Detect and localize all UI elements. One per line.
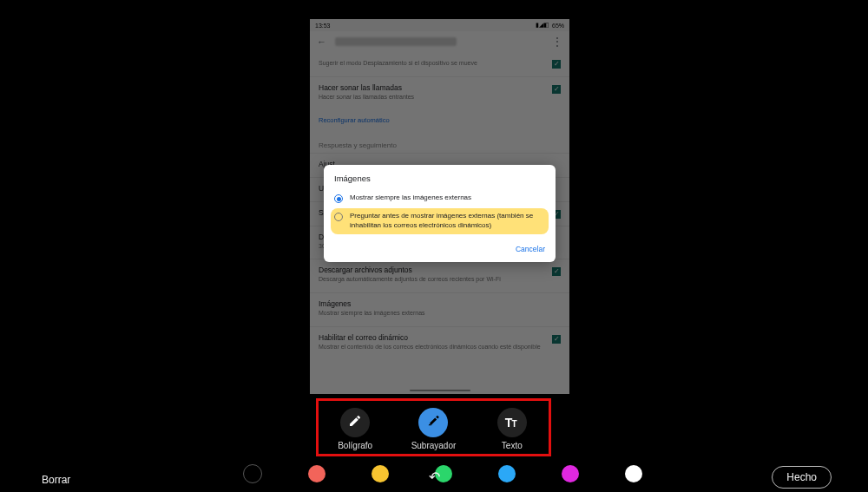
setting-row[interactable]: Descargar archivos adjuntos Descarga aut… [310,259,569,292]
highlight-annotation-box [316,398,551,456]
checkbox-icon[interactable]: ✓ [552,85,561,94]
images-dialog: Imágenes Mostrar siempre las imágenes ex… [324,165,556,262]
setting-row[interactable]: Sugerir el modo Desplazamiento si el dis… [310,52,569,76]
setting-sub: Mostrar el contenido de los correos elec… [319,344,561,351]
dialog-option[interactable]: Mostrar siempre las imágenes externas [334,190,545,207]
undo-icon[interactable]: ↶ [429,469,440,485]
color-swatch[interactable] [372,465,389,482]
setting-sub: Hacer sonar las llamadas entrantes [319,94,561,102]
setting-row[interactable]: Imágenes Mostrar siempre las imágenes ex… [310,292,569,326]
radio-selected-icon[interactable] [334,194,343,203]
color-swatch[interactable] [562,465,579,482]
dialog-title: Imágenes [334,174,545,183]
setting-sub: Descarga automáticamente adjuntos de cor… [319,276,561,284]
settings-section-header: Respuesta y seguimiento [310,134,569,153]
dialog-option-label: Mostrar siempre las imágenes externas [350,194,471,203]
status-time: 13:53 [315,23,331,29]
back-icon[interactable]: ← [317,36,326,47]
dialog-cancel-button[interactable]: Cancelar [516,245,545,253]
setting-link[interactable]: Reconfigurar automático [319,116,390,124]
status-battery: 65% [552,23,564,29]
erase-button[interactable]: Borrar [42,474,70,486]
setting-row[interactable]: Habilitar el correo dinámico Mostrar el … [310,326,569,360]
setting-title: Descargar archivos adjuntos [319,266,561,274]
checkbox-icon[interactable]: ✓ [552,267,561,276]
color-swatch-outline[interactable] [243,464,262,483]
screenshot-phone: 13:53 ▮◢◧65% ← ⋮ Sugerir el modo Desplaz… [310,19,569,394]
setting-link-row[interactable]: Reconfigurar automático [310,110,569,134]
setting-title: Imágenes [319,299,561,308]
color-swatch[interactable] [498,465,516,482]
setting-sub: Mostrar siempre las imágenes externas [319,310,561,318]
setting-title: Hacer sonar las llamadas [319,83,561,92]
dialog-option-label: Preguntar antes de mostrar imágenes exte… [350,212,545,231]
color-swatch[interactable] [625,465,642,482]
color-swatch[interactable] [308,465,326,482]
setting-title: Habilitar el correo dinámico [319,333,561,342]
status-bar: 13:53 ▮◢◧65% [310,19,569,31]
checkbox-icon[interactable]: ✓ [552,335,561,344]
status-icons: ▮◢◧ [536,22,549,29]
appbar-title-redacted [335,37,457,46]
radio-unselected-icon[interactable] [334,213,343,221]
setting-sub: Sugerir el modo Desplazamiento si el dis… [319,60,561,68]
setting-row[interactable]: Hacer sonar las llamadas Hacer sonar las… [310,76,569,110]
color-palette [243,464,642,483]
dialog-option-highlighted[interactable]: Preguntar antes de mostrar imágenes exte… [331,208,549,234]
app-bar: ← ⋮ [310,31,569,52]
home-indicator [410,390,470,392]
done-button[interactable]: Hecho [772,466,832,489]
settings-list: Sugerir el modo Desplazamiento si el dis… [310,52,569,394]
checkbox-icon[interactable]: ✓ [552,60,561,69]
overflow-menu-icon[interactable]: ⋮ [552,36,562,48]
